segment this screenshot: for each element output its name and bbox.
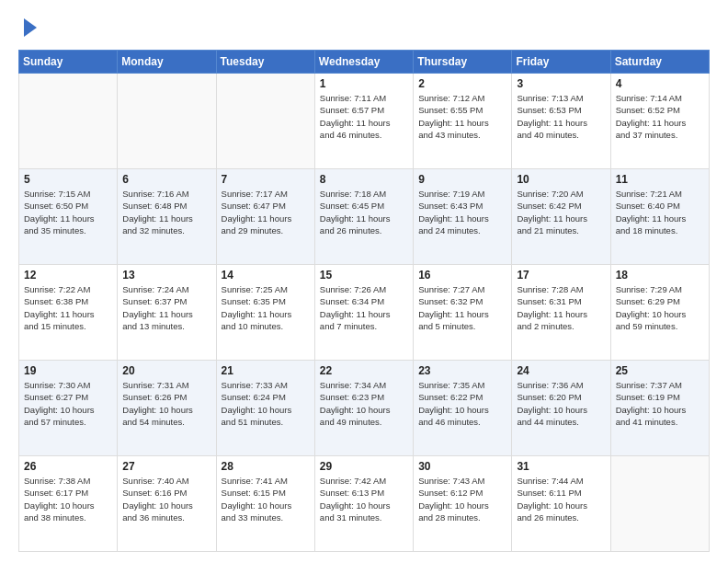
day-info: Sunrise: 7:24 AM Sunset: 6:37 PM Dayligh… — [122, 283, 210, 332]
day-number: 22 — [320, 364, 408, 377]
day-number: 14 — [222, 269, 310, 282]
day-info: Sunrise: 7:28 AM Sunset: 6:31 PM Dayligh… — [517, 283, 605, 332]
weekday-header-row: SundayMondayTuesdayWednesdayThursdayFrid… — [19, 51, 710, 74]
day-info: Sunrise: 7:30 AM Sunset: 6:27 PM Dayligh… — [24, 379, 112, 428]
header — [18, 15, 710, 40]
day-number: 20 — [122, 364, 210, 377]
day-info: Sunrise: 7:36 AM Sunset: 6:20 PM Dayligh… — [517, 379, 605, 428]
day-info: Sunrise: 7:11 AM Sunset: 6:57 PM Dayligh… — [320, 92, 408, 141]
day-info: Sunrise: 7:26 AM Sunset: 6:34 PM Dayligh… — [320, 283, 408, 332]
day-info: Sunrise: 7:38 AM Sunset: 6:17 PM Dayligh… — [24, 475, 112, 523]
day-number: 6 — [122, 173, 210, 186]
day-info: Sunrise: 7:44 AM Sunset: 6:11 PM Dayligh… — [517, 475, 605, 523]
day-cell — [610, 456, 709, 552]
day-number: 3 — [517, 77, 605, 90]
day-number: 10 — [517, 173, 605, 186]
day-number: 27 — [122, 460, 210, 473]
weekday-header-friday: Friday — [512, 51, 610, 74]
day-number: 16 — [418, 269, 506, 282]
week-row-3: 12Sunrise: 7:22 AM Sunset: 6:38 PM Dayli… — [19, 265, 710, 361]
day-info: Sunrise: 7:13 AM Sunset: 6:53 PM Dayligh… — [517, 92, 605, 141]
day-info: Sunrise: 7:27 AM Sunset: 6:32 PM Dayligh… — [418, 283, 506, 332]
day-cell: 2Sunrise: 7:12 AM Sunset: 6:55 PM Daylig… — [414, 74, 512, 169]
day-cell: 24Sunrise: 7:36 AM Sunset: 6:20 PM Dayli… — [512, 361, 610, 456]
day-info: Sunrise: 7:31 AM Sunset: 6:26 PM Dayligh… — [122, 379, 210, 428]
page: SundayMondayTuesdayWednesdayThursdayFrid… — [0, 0, 728, 563]
day-cell: 28Sunrise: 7:41 AM Sunset: 6:15 PM Dayli… — [216, 456, 314, 552]
svg-marker-0 — [24, 18, 37, 37]
weekday-header-sunday: Sunday — [19, 51, 118, 74]
day-number: 1 — [320, 77, 408, 90]
day-number: 25 — [616, 364, 704, 377]
day-cell: 29Sunrise: 7:42 AM Sunset: 6:13 PM Dayli… — [314, 456, 413, 552]
day-number: 18 — [616, 269, 704, 282]
day-number: 15 — [320, 269, 408, 282]
day-cell: 9Sunrise: 7:19 AM Sunset: 6:43 PM Daylig… — [414, 169, 512, 265]
weekday-header-tuesday: Tuesday — [216, 51, 314, 74]
day-cell: 6Sunrise: 7:16 AM Sunset: 6:48 PM Daylig… — [118, 169, 216, 265]
day-info: Sunrise: 7:42 AM Sunset: 6:13 PM Dayligh… — [320, 475, 408, 523]
day-number: 30 — [418, 460, 506, 473]
day-number: 5 — [24, 173, 112, 186]
day-number: 29 — [320, 460, 408, 473]
day-cell: 1Sunrise: 7:11 AM Sunset: 6:57 PM Daylig… — [314, 74, 413, 169]
weekday-header-wednesday: Wednesday — [314, 51, 413, 74]
day-number: 26 — [24, 460, 112, 473]
day-info: Sunrise: 7:17 AM Sunset: 6:47 PM Dayligh… — [222, 188, 310, 236]
day-cell: 11Sunrise: 7:21 AM Sunset: 6:40 PM Dayli… — [610, 169, 709, 265]
day-cell: 31Sunrise: 7:44 AM Sunset: 6:11 PM Dayli… — [512, 456, 610, 552]
day-info: Sunrise: 7:25 AM Sunset: 6:35 PM Dayligh… — [222, 283, 310, 332]
day-info: Sunrise: 7:22 AM Sunset: 6:38 PM Dayligh… — [24, 283, 112, 332]
day-cell: 3Sunrise: 7:13 AM Sunset: 6:53 PM Daylig… — [512, 74, 610, 169]
day-cell: 18Sunrise: 7:29 AM Sunset: 6:29 PM Dayli… — [610, 265, 709, 361]
week-row-5: 26Sunrise: 7:38 AM Sunset: 6:17 PM Dayli… — [19, 456, 710, 552]
day-cell — [19, 74, 118, 169]
day-info: Sunrise: 7:15 AM Sunset: 6:50 PM Dayligh… — [24, 188, 112, 236]
day-number: 2 — [418, 77, 506, 90]
day-cell: 25Sunrise: 7:37 AM Sunset: 6:19 PM Dayli… — [610, 361, 709, 456]
day-cell: 20Sunrise: 7:31 AM Sunset: 6:26 PM Dayli… — [118, 361, 216, 456]
day-info: Sunrise: 7:35 AM Sunset: 6:22 PM Dayligh… — [418, 379, 506, 428]
day-info: Sunrise: 7:43 AM Sunset: 6:12 PM Dayligh… — [418, 475, 506, 523]
day-cell — [118, 74, 216, 169]
logo-icon — [20, 15, 40, 40]
day-cell: 23Sunrise: 7:35 AM Sunset: 6:22 PM Dayli… — [414, 361, 512, 456]
day-number: 12 — [24, 269, 112, 282]
day-cell: 22Sunrise: 7:34 AM Sunset: 6:23 PM Dayli… — [314, 361, 413, 456]
day-cell: 4Sunrise: 7:14 AM Sunset: 6:52 PM Daylig… — [610, 74, 709, 169]
day-cell: 30Sunrise: 7:43 AM Sunset: 6:12 PM Dayli… — [414, 456, 512, 552]
day-cell: 7Sunrise: 7:17 AM Sunset: 6:47 PM Daylig… — [216, 169, 314, 265]
day-info: Sunrise: 7:20 AM Sunset: 6:42 PM Dayligh… — [517, 188, 605, 236]
week-row-1: 1Sunrise: 7:11 AM Sunset: 6:57 PM Daylig… — [19, 74, 710, 169]
day-cell: 16Sunrise: 7:27 AM Sunset: 6:32 PM Dayli… — [414, 265, 512, 361]
day-cell: 27Sunrise: 7:40 AM Sunset: 6:16 PM Dayli… — [118, 456, 216, 552]
calendar-table: SundayMondayTuesdayWednesdayThursdayFrid… — [18, 50, 710, 552]
day-info: Sunrise: 7:29 AM Sunset: 6:29 PM Dayligh… — [616, 283, 704, 332]
day-number: 24 — [517, 364, 605, 377]
week-row-2: 5Sunrise: 7:15 AM Sunset: 6:50 PM Daylig… — [19, 169, 710, 265]
week-row-4: 19Sunrise: 7:30 AM Sunset: 6:27 PM Dayli… — [19, 361, 710, 456]
day-cell: 19Sunrise: 7:30 AM Sunset: 6:27 PM Dayli… — [19, 361, 118, 456]
day-number: 17 — [517, 269, 605, 282]
day-number: 13 — [122, 269, 210, 282]
day-cell: 26Sunrise: 7:38 AM Sunset: 6:17 PM Dayli… — [19, 456, 118, 552]
weekday-header-monday: Monday — [118, 51, 216, 74]
day-info: Sunrise: 7:21 AM Sunset: 6:40 PM Dayligh… — [616, 188, 704, 236]
day-info: Sunrise: 7:40 AM Sunset: 6:16 PM Dayligh… — [122, 475, 210, 523]
day-number: 19 — [24, 364, 112, 377]
day-number: 9 — [418, 173, 506, 186]
day-number: 28 — [222, 460, 310, 473]
day-cell: 15Sunrise: 7:26 AM Sunset: 6:34 PM Dayli… — [314, 265, 413, 361]
day-info: Sunrise: 7:33 AM Sunset: 6:24 PM Dayligh… — [222, 379, 310, 428]
day-info: Sunrise: 7:16 AM Sunset: 6:48 PM Dayligh… — [122, 188, 210, 236]
day-info: Sunrise: 7:34 AM Sunset: 6:23 PM Dayligh… — [320, 379, 408, 428]
day-info: Sunrise: 7:37 AM Sunset: 6:19 PM Dayligh… — [616, 379, 704, 428]
day-number: 23 — [418, 364, 506, 377]
day-cell: 17Sunrise: 7:28 AM Sunset: 6:31 PM Dayli… — [512, 265, 610, 361]
weekday-header-saturday: Saturday — [610, 51, 709, 74]
day-cell: 21Sunrise: 7:33 AM Sunset: 6:24 PM Dayli… — [216, 361, 314, 456]
day-number: 31 — [517, 460, 605, 473]
day-cell: 14Sunrise: 7:25 AM Sunset: 6:35 PM Dayli… — [216, 265, 314, 361]
logo — [18, 15, 40, 40]
day-cell: 12Sunrise: 7:22 AM Sunset: 6:38 PM Dayli… — [19, 265, 118, 361]
